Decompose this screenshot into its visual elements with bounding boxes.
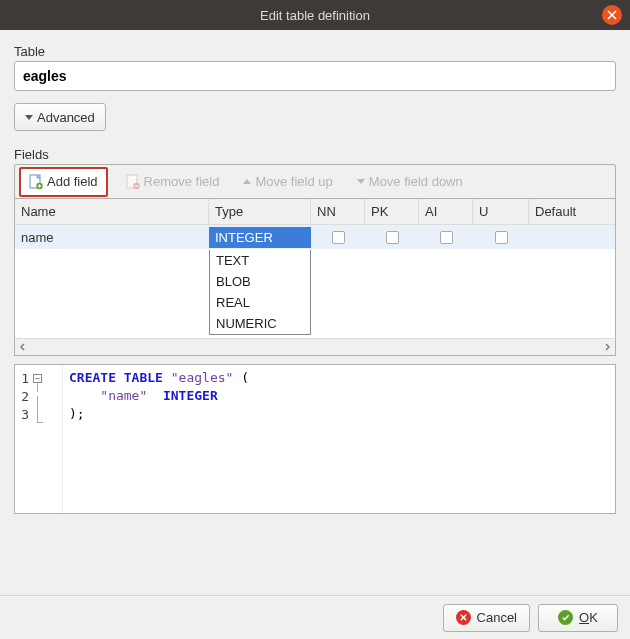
type-option[interactable]: TEXT: [210, 250, 310, 271]
chevron-down-icon: [25, 115, 33, 120]
page-add-icon: [29, 174, 43, 190]
cell-name[interactable]: name: [15, 227, 209, 248]
col-header-name[interactable]: Name: [15, 199, 209, 224]
table-name-input[interactable]: [14, 61, 616, 91]
scroll-left-icon[interactable]: [17, 341, 29, 353]
sql-code[interactable]: CREATE TABLE "eagles" ( "name" INTEGER )…: [63, 365, 255, 513]
ok-button[interactable]: OK: [538, 604, 618, 632]
table-header-row: Name Type NN PK AI U Default: [15, 199, 615, 225]
triangle-up-icon: [243, 179, 251, 184]
cancel-label: Cancel: [477, 610, 517, 625]
dialog-window: Edit table definition Table Advanced Fie…: [0, 0, 630, 639]
type-dropdown[interactable]: TEXT BLOB REAL NUMERIC: [209, 250, 311, 335]
remove-field-button: Remove field: [120, 170, 226, 194]
type-selected[interactable]: INTEGER: [209, 227, 311, 248]
dialog-body: Table Advanced Fields Add field Remove f…: [0, 30, 630, 595]
line-number: 3: [15, 407, 33, 422]
dialog-footer: Cancel OK: [0, 595, 630, 639]
table-label: Table: [14, 44, 616, 59]
triangle-down-icon: [357, 179, 365, 184]
checkbox-pk[interactable]: [386, 231, 399, 244]
type-option[interactable]: BLOB: [210, 271, 310, 292]
move-up-button: Move field up: [237, 170, 338, 193]
sql-preview: 1− 2 3 CREATE TABLE "eagles" ( "name" IN…: [14, 364, 616, 514]
cancel-button[interactable]: Cancel: [443, 604, 530, 632]
close-icon[interactable]: [602, 5, 622, 25]
line-number: 1: [15, 371, 33, 386]
move-up-label: Move field up: [255, 174, 332, 189]
titlebar: Edit table definition: [0, 0, 630, 30]
checkbox-u[interactable]: [495, 231, 508, 244]
cancel-icon: [456, 610, 471, 625]
cell-ai[interactable]: [419, 228, 473, 247]
line-number: 2: [15, 389, 33, 404]
col-header-u[interactable]: U: [473, 199, 529, 224]
horizontal-scrollbar[interactable]: [14, 338, 616, 356]
table-row[interactable]: name INTEGER TEXT BLOB REAL NUMERIC: [15, 225, 615, 249]
cell-pk[interactable]: [365, 228, 419, 247]
fields-table: Name Type NN PK AI U Default name INTEGE…: [14, 198, 616, 338]
type-option[interactable]: REAL: [210, 292, 310, 313]
scroll-right-icon[interactable]: [601, 341, 613, 353]
fold-icon[interactable]: −: [33, 374, 42, 383]
cell-default[interactable]: [529, 234, 593, 240]
type-option[interactable]: NUMERIC: [210, 313, 310, 334]
add-field-label: Add field: [47, 174, 98, 189]
titlebar-text: Edit table definition: [260, 8, 370, 23]
col-header-pk[interactable]: PK: [365, 199, 419, 224]
cell-type[interactable]: INTEGER TEXT BLOB REAL NUMERIC: [209, 227, 311, 248]
page-remove-icon: [126, 174, 140, 190]
col-header-default[interactable]: Default: [529, 199, 593, 224]
advanced-label: Advanced: [37, 110, 95, 125]
col-header-type[interactable]: Type: [209, 199, 311, 224]
move-down-button: Move field down: [351, 170, 469, 193]
checkbox-nn[interactable]: [332, 231, 345, 244]
ok-icon: [558, 610, 573, 625]
col-header-nn[interactable]: NN: [311, 199, 365, 224]
col-header-ai[interactable]: AI: [419, 199, 473, 224]
ok-label: OK: [579, 610, 598, 625]
advanced-button[interactable]: Advanced: [14, 103, 106, 131]
move-down-label: Move field down: [369, 174, 463, 189]
cell-nn[interactable]: [311, 228, 365, 247]
add-field-button[interactable]: Add field: [19, 167, 108, 197]
checkbox-ai[interactable]: [440, 231, 453, 244]
fields-toolbar: Add field Remove field Move field up Mov…: [14, 164, 616, 198]
cell-u[interactable]: [473, 228, 529, 247]
sql-gutter: 1− 2 3: [15, 365, 63, 513]
fields-label: Fields: [14, 147, 616, 162]
remove-field-label: Remove field: [144, 174, 220, 189]
